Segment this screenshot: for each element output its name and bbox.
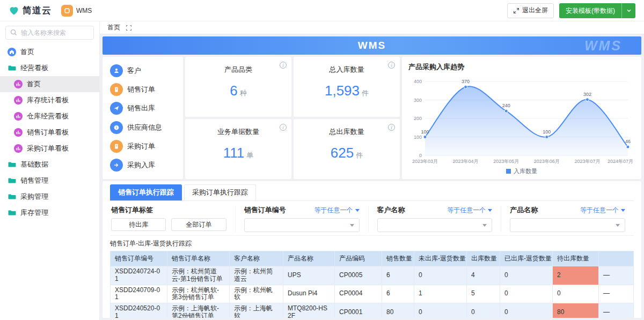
filter-group-tags: 销售订单标签待出库全部订单 <box>110 205 235 232</box>
search-icon <box>10 28 18 36</box>
operator-link[interactable]: 等于任意一个 <box>314 206 360 215</box>
sidebar-item-label: 仓库经营看板 <box>27 111 69 121</box>
sidebar-item[interactable]: 仓库经营看板 <box>0 108 99 124</box>
quick-link[interactable]: 采购订单 <box>110 140 175 153</box>
sidebar-item-label: 首页 <box>20 47 34 57</box>
sidebar-item-label: 采购管理 <box>20 192 48 202</box>
sidebar-item-label: 库存管理 <box>20 208 48 218</box>
sidebar-item[interactable]: 采购订单看板 <box>0 140 99 157</box>
filter-label: 销售订单标签 <box>111 205 153 215</box>
table-cell: — <box>599 266 634 285</box>
sidebar-item-label: 基础数据 <box>20 160 48 169</box>
operator-link[interactable]: 等于任意一个 <box>447 206 492 215</box>
stat-value: 625件 <box>331 145 363 161</box>
stat-unit: 件 <box>356 151 363 160</box>
stat-unit: 件 <box>362 88 369 98</box>
table-cell: 1 <box>414 285 467 303</box>
stat-number: 111 <box>223 145 245 161</box>
quick-link[interactable]: 客户 <box>110 64 175 77</box>
stat-value: 6种 <box>230 83 246 99</box>
topbar: 简道云 WMS 退出全屏 安装模板(带数据) <box>0 0 644 21</box>
dashboard-content: WMS WMS 客户销售订单销售出库供应商信息采购订单采购入库 产品品类i6种总… <box>100 34 644 320</box>
dashboard-icon <box>14 128 23 137</box>
table-cell: — <box>599 285 634 303</box>
tracking-tab[interactable]: 采购订单执行跟踪 <box>184 184 256 200</box>
svg-text:300: 300 <box>414 98 422 103</box>
filter-select[interactable] <box>244 218 360 232</box>
sidebar-item[interactable]: 库存统计看板 <box>0 92 99 108</box>
home-icon <box>8 48 16 56</box>
wms-app-icon <box>61 5 73 17</box>
table-cell: 示例：杭州帆软-第3份销售订单 <box>167 285 230 303</box>
exit-fullscreen-button[interactable]: 退出全屏 <box>507 3 554 18</box>
column-header: 产品编码 <box>335 251 382 266</box>
table-cell: 4 <box>467 266 500 285</box>
sidebar-item[interactable]: 基础数据 <box>0 157 99 173</box>
tag-buttons: 待出库全部订单 <box>111 218 226 231</box>
tag-button[interactable]: 全部订单 <box>171 218 226 231</box>
quick-link[interactable]: 采购入库 <box>110 159 175 172</box>
sidebar-item[interactable]: 首页 <box>0 44 99 60</box>
info-icon[interactable]: i <box>280 124 287 131</box>
info-icon[interactable]: i <box>388 124 395 131</box>
table-cell: CP0001 <box>335 303 382 318</box>
chevron-down-icon <box>616 224 620 227</box>
tracking-tab[interactable]: 销售订单执行跟踪 <box>110 184 182 200</box>
filter-select[interactable] <box>377 218 493 232</box>
column-header: 已出库-退货数量 <box>500 251 553 266</box>
dashboard-icon <box>14 144 23 153</box>
app-body: 首页经营看板首页库存统计看板仓库经营看板销售订单看板采购订单看板基础数据销售管理… <box>0 21 644 320</box>
table-row[interactable]: XSDD240520-01示例：上海帆软-第2份销售订单示例：上海帆软MTQ82… <box>111 303 634 318</box>
logo-heart-icon <box>9 5 19 16</box>
install-template-caret[interactable] <box>621 3 635 18</box>
table-row[interactable]: XSDD240709-01示例：杭州帆软-第3份销售订单示例：杭州帆软Dusun… <box>111 285 634 303</box>
sidebar-item[interactable]: 销售管理 <box>0 173 99 189</box>
trend-chart-svg: 01002003004002023年03月2023年04月2023年05月202… <box>408 73 635 165</box>
sidebar-item[interactable]: 经营看板 <box>0 60 99 76</box>
folder-icon <box>8 176 16 185</box>
tag-button[interactable]: 待出库 <box>111 218 166 231</box>
dashboard-row: 客户销售订单销售出库供应商信息采购订单采购入库 产品品类i6种总入库数量i1,5… <box>103 57 641 179</box>
operator-link[interactable]: 等于任意一个 <box>580 206 625 215</box>
stat-value: 111单 <box>223 145 254 161</box>
table-cell: XSDD240709-01 <box>111 285 167 303</box>
sidebar-item[interactable]: 销售订单看板 <box>0 124 99 140</box>
column-header: 销售订单名称 <box>167 251 230 266</box>
doc-icon <box>110 140 123 153</box>
stat-card: 总入库数量i1,593件 <box>294 57 400 117</box>
sidebar-item[interactable]: 库存管理 <box>0 205 99 221</box>
stat-card: 总出库数量i625件 <box>294 119 400 179</box>
info-icon[interactable]: i <box>388 62 395 69</box>
table-cell: XSDD240520-01 <box>111 303 167 318</box>
caret-down-icon <box>621 209 625 212</box>
filters: 销售订单标签待出库全部订单销售订单编号等于任意一个客户名称等于任意一个产品名称等… <box>110 201 634 236</box>
table-row[interactable]: XSDD240724-01示例：杭州简道云-第1份销售订单示例：杭州简道云UPS… <box>111 266 634 285</box>
filter-select[interactable] <box>510 218 625 232</box>
search-input[interactable] <box>5 26 94 40</box>
table-cell: 0 <box>500 285 553 303</box>
table-cell: UPS <box>283 266 335 285</box>
filter-label: 客户名称 <box>377 205 405 215</box>
install-template-button[interactable]: 安装模板(带数据) <box>559 3 635 18</box>
install-template-label[interactable]: 安装模板(带数据) <box>559 3 621 18</box>
sidebar-item[interactable]: 首页 <box>0 76 99 92</box>
sidebar-item[interactable]: 采购管理 <box>0 189 99 205</box>
fullscreen-icon[interactable] <box>126 25 132 31</box>
svg-text:400: 400 <box>414 79 422 84</box>
table-cell: CP0004 <box>335 285 382 303</box>
chevron-down-icon <box>482 224 487 227</box>
quick-link[interactable]: 销售出库 <box>110 102 175 115</box>
svg-text:2023年03月: 2023年03月 <box>412 159 438 164</box>
quick-link-label: 销售订单 <box>127 85 155 94</box>
quick-link[interactable]: 销售订单 <box>110 83 175 96</box>
svg-text:46: 46 <box>625 139 631 144</box>
quick-link[interactable]: 供应商信息 <box>110 121 175 134</box>
chevron-down-icon <box>626 8 632 13</box>
stat-title: 总入库数量 <box>330 65 364 75</box>
info-icon[interactable]: i <box>280 62 287 69</box>
banner-watermark: WMS <box>584 38 622 54</box>
table-cell: 0 <box>500 303 553 318</box>
tab-home[interactable]: 首页 <box>107 23 120 32</box>
column-header: 客户名称 <box>230 251 283 266</box>
filter-group: 客户名称等于任意一个 <box>368 205 501 232</box>
